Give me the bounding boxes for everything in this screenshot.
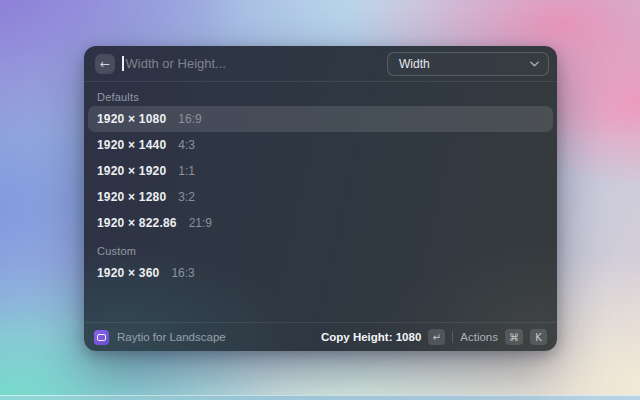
enter-key-badge: ↵ xyxy=(428,329,445,345)
size-label: 1920 × 1440 xyxy=(97,138,166,152)
back-button[interactable]: ← xyxy=(95,54,115,74)
search-placeholder: Width or Height... xyxy=(126,56,226,71)
command-key-badge: ⌘ xyxy=(505,329,523,345)
size-label: 1920 × 360 xyxy=(97,266,159,280)
search-input[interactable]: Width or Height... xyxy=(122,46,380,81)
raytio-app-icon xyxy=(94,330,109,345)
size-label: 1920 × 1080 xyxy=(97,112,166,126)
ratio-label: 21:9 xyxy=(189,216,212,230)
actions-button[interactable]: Actions xyxy=(460,331,498,343)
ratio-label: 3:2 xyxy=(178,190,195,204)
ratio-label: 16:3 xyxy=(171,266,194,280)
section-label-defaults: Defaults xyxy=(88,85,553,106)
ratio-label: 1:1 xyxy=(178,164,195,178)
size-label: 1920 × 822.86 xyxy=(97,216,177,230)
list-item[interactable]: 1920 × 1440 4:3 xyxy=(88,132,553,158)
footer-divider xyxy=(452,331,453,343)
ratio-label: 4:3 xyxy=(178,138,195,152)
copy-height-action[interactable]: Copy Height: 1080 xyxy=(321,331,421,343)
footer-actions: Copy Height: 1080 ↵ Actions ⌘ K xyxy=(321,329,547,345)
landscape-frame-icon xyxy=(97,334,106,341)
size-label: 1920 × 1280 xyxy=(97,190,166,204)
raycast-window: ← Width or Height... Width Defaults 1920… xyxy=(84,46,557,351)
dimension-type-dropdown[interactable]: Width xyxy=(387,52,549,76)
text-cursor xyxy=(122,56,124,71)
list-item[interactable]: 1920 × 822.86 21:9 xyxy=(88,210,553,236)
list-item[interactable]: 1920 × 1280 3:2 xyxy=(88,184,553,210)
footer-bar: Raytio for Landscape Copy Height: 1080 ↵… xyxy=(84,322,557,351)
list-item[interactable]: 1920 × 1080 16:9 xyxy=(88,106,553,132)
section-label-custom: Custom xyxy=(88,239,553,260)
results-list: Defaults 1920 × 1080 16:9 1920 × 1440 4:… xyxy=(84,82,557,289)
dropdown-value: Width xyxy=(399,57,430,71)
list-item[interactable]: 1920 × 360 16:3 xyxy=(88,260,553,286)
list-item[interactable]: 1920 × 1920 1:1 xyxy=(88,158,553,184)
chevron-down-icon xyxy=(530,61,539,67)
app-name-label: Raytio for Landscape xyxy=(117,331,226,343)
ratio-label: 16:9 xyxy=(178,112,201,126)
search-bar: ← Width or Height... Width xyxy=(84,46,557,82)
wallpaper-bottom-strip xyxy=(0,395,640,400)
k-key-badge: K xyxy=(530,329,547,345)
size-label: 1920 × 1920 xyxy=(97,164,166,178)
